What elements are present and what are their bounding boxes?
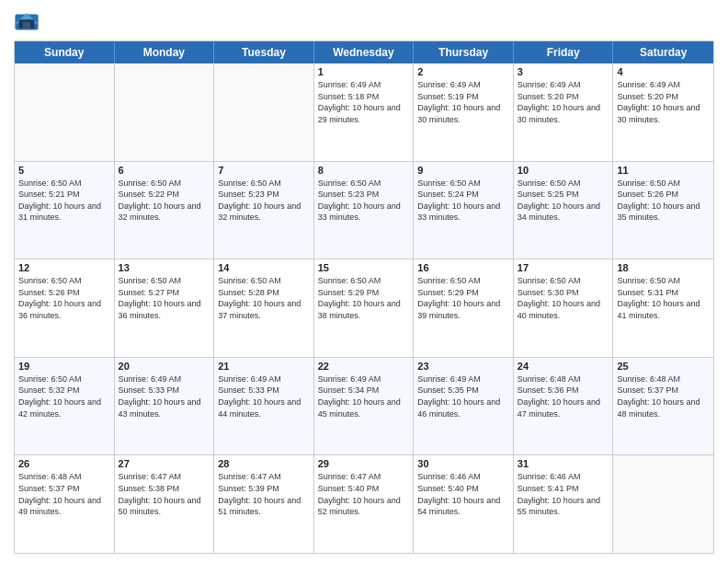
day-info: Sunrise: 6:50 AMSunset: 5:32 PMDaylight:… (18, 373, 110, 419)
day-number: 28 (218, 458, 310, 469)
day-number: 1 (318, 66, 410, 77)
calendar-header-row: SundayMondayTuesdayWednesdayThursdayFrid… (15, 41, 713, 63)
cal-cell-day-18: 18Sunrise: 6:50 AMSunset: 5:31 PMDayligh… (613, 259, 713, 357)
day-info: Sunrise: 6:50 AMSunset: 5:22 PMDaylight:… (119, 178, 210, 224)
day-number: 11 (617, 165, 710, 176)
day-info: Sunrise: 6:48 AMSunset: 5:37 PMDaylight:… (617, 373, 710, 419)
day-number: 29 (318, 458, 410, 469)
day-number: 17 (518, 262, 609, 273)
cal-cell-day-24: 24Sunrise: 6:48 AMSunset: 5:36 PMDayligh… (514, 358, 614, 455)
cal-cell-day-27: 27Sunrise: 6:47 AMSunset: 5:38 PMDayligh… (115, 455, 215, 553)
cal-cell-day-20: 20Sunrise: 6:49 AMSunset: 5:33 PMDayligh… (115, 358, 215, 455)
day-number: 4 (617, 66, 710, 77)
cal-cell-day-30: 30Sunrise: 6:46 AMSunset: 5:40 PMDayligh… (414, 455, 514, 553)
day-info: Sunrise: 6:46 AMSunset: 5:41 PMDaylight:… (518, 471, 609, 517)
cal-cell-empty (115, 63, 215, 161)
cal-cell-day-7: 7Sunrise: 6:50 AMSunset: 5:23 PMDaylight… (214, 162, 314, 259)
cal-cell-day-6: 6Sunrise: 6:50 AMSunset: 5:22 PMDaylight… (115, 162, 215, 259)
cal-cell-day-4: 4Sunrise: 6:49 AMSunset: 5:20 PMDaylight… (613, 63, 713, 161)
day-number: 9 (417, 165, 509, 176)
header (14, 9, 714, 35)
cal-cell-day-12: 12Sunrise: 6:50 AMSunset: 5:26 PMDayligh… (15, 259, 115, 357)
day-info: Sunrise: 6:50 AMSunset: 5:24 PMDaylight:… (417, 178, 509, 224)
cal-cell-day-11: 11Sunrise: 6:50 AMSunset: 5:26 PMDayligh… (613, 162, 713, 259)
day-info: Sunrise: 6:50 AMSunset: 5:29 PMDaylight:… (417, 275, 509, 321)
cal-cell-day-16: 16Sunrise: 6:50 AMSunset: 5:29 PMDayligh… (414, 259, 514, 357)
day-number: 25 (617, 361, 710, 372)
day-number: 23 (417, 361, 509, 372)
cal-cell-day-3: 3Sunrise: 6:49 AMSunset: 5:20 PMDaylight… (514, 63, 614, 161)
day-number: 14 (218, 262, 310, 273)
cal-cell-day-8: 8Sunrise: 6:50 AMSunset: 5:23 PMDaylight… (314, 162, 415, 259)
day-number: 16 (417, 262, 509, 273)
day-number: 18 (617, 262, 710, 273)
day-number: 26 (18, 458, 110, 469)
cal-cell-empty (15, 63, 115, 161)
logo (14, 9, 43, 35)
day-info: Sunrise: 6:49 AMSunset: 5:33 PMDaylight:… (218, 373, 310, 419)
calendar: SundayMondayTuesdayWednesdayThursdayFrid… (14, 40, 714, 554)
cal-cell-day-26: 26Sunrise: 6:48 AMSunset: 5:37 PMDayligh… (15, 455, 115, 553)
day-number: 6 (119, 165, 210, 176)
day-number: 2 (417, 66, 509, 77)
day-info: Sunrise: 6:49 AMSunset: 5:19 PMDaylight:… (417, 79, 509, 125)
cal-week-row-5: 26Sunrise: 6:48 AMSunset: 5:37 PMDayligh… (15, 454, 713, 553)
cal-cell-day-1: 1Sunrise: 6:49 AMSunset: 5:18 PMDaylight… (314, 63, 415, 161)
day-info: Sunrise: 6:49 AMSunset: 5:20 PMDaylight:… (617, 79, 710, 125)
cal-header-monday: Monday (115, 41, 215, 63)
cal-cell-day-22: 22Sunrise: 6:49 AMSunset: 5:34 PMDayligh… (314, 358, 415, 455)
day-number: 24 (518, 361, 609, 372)
day-number: 8 (318, 165, 410, 176)
cal-cell-day-14: 14Sunrise: 6:50 AMSunset: 5:28 PMDayligh… (214, 259, 314, 357)
day-number: 7 (218, 165, 310, 176)
day-number: 12 (18, 262, 110, 273)
cal-header-friday: Friday (514, 41, 614, 63)
cal-cell-day-29: 29Sunrise: 6:47 AMSunset: 5:40 PMDayligh… (314, 455, 415, 553)
cal-week-row-3: 12Sunrise: 6:50 AMSunset: 5:26 PMDayligh… (15, 259, 713, 357)
svg-rect-3 (23, 22, 30, 29)
day-info: Sunrise: 6:50 AMSunset: 5:26 PMDaylight:… (18, 275, 110, 321)
day-info: Sunrise: 6:50 AMSunset: 5:27 PMDaylight:… (119, 275, 210, 321)
day-info: Sunrise: 6:50 AMSunset: 5:30 PMDaylight:… (518, 275, 609, 321)
day-info: Sunrise: 6:50 AMSunset: 5:28 PMDaylight:… (218, 275, 310, 321)
day-number: 31 (518, 458, 609, 469)
day-info: Sunrise: 6:50 AMSunset: 5:29 PMDaylight:… (318, 275, 410, 321)
cal-week-row-1: 1Sunrise: 6:49 AMSunset: 5:18 PMDaylight… (15, 63, 713, 161)
cal-cell-empty (214, 63, 314, 161)
day-number: 20 (119, 361, 210, 372)
day-number: 30 (417, 458, 509, 469)
day-info: Sunrise: 6:47 AMSunset: 5:40 PMDaylight:… (318, 471, 410, 517)
day-info: Sunrise: 6:49 AMSunset: 5:34 PMDaylight:… (318, 373, 410, 419)
cal-cell-day-31: 31Sunrise: 6:46 AMSunset: 5:41 PMDayligh… (514, 455, 614, 553)
day-info: Sunrise: 6:48 AMSunset: 5:37 PMDaylight:… (18, 471, 110, 517)
day-number: 5 (18, 165, 110, 176)
cal-cell-day-25: 25Sunrise: 6:48 AMSunset: 5:37 PMDayligh… (613, 358, 713, 455)
page: SundayMondayTuesdayWednesdayThursdayFrid… (0, 0, 728, 563)
day-info: Sunrise: 6:46 AMSunset: 5:40 PMDaylight:… (417, 471, 509, 517)
cal-cell-day-5: 5Sunrise: 6:50 AMSunset: 5:21 PMDaylight… (15, 162, 115, 259)
day-info: Sunrise: 6:50 AMSunset: 5:21 PMDaylight:… (18, 178, 110, 224)
cal-cell-day-9: 9Sunrise: 6:50 AMSunset: 5:24 PMDaylight… (414, 162, 514, 259)
cal-cell-day-19: 19Sunrise: 6:50 AMSunset: 5:32 PMDayligh… (15, 358, 115, 455)
day-info: Sunrise: 6:49 AMSunset: 5:20 PMDaylight:… (518, 79, 609, 125)
day-info: Sunrise: 6:50 AMSunset: 5:23 PMDaylight:… (318, 178, 410, 224)
cal-header-wednesday: Wednesday (314, 41, 415, 63)
day-info: Sunrise: 6:50 AMSunset: 5:23 PMDaylight:… (218, 178, 310, 224)
day-info: Sunrise: 6:48 AMSunset: 5:36 PMDaylight:… (518, 373, 609, 419)
cal-cell-day-10: 10Sunrise: 6:50 AMSunset: 5:25 PMDayligh… (514, 162, 614, 259)
cal-week-row-2: 5Sunrise: 6:50 AMSunset: 5:21 PMDaylight… (15, 161, 713, 259)
calendar-body: 1Sunrise: 6:49 AMSunset: 5:18 PMDaylight… (15, 63, 713, 553)
cal-cell-day-21: 21Sunrise: 6:49 AMSunset: 5:33 PMDayligh… (214, 358, 314, 455)
cal-cell-day-23: 23Sunrise: 6:49 AMSunset: 5:35 PMDayligh… (414, 358, 514, 455)
cal-header-saturday: Saturday (613, 41, 713, 63)
day-number: 22 (318, 361, 410, 372)
cal-cell-empty (613, 455, 713, 553)
day-number: 15 (318, 262, 410, 273)
cal-cell-day-17: 17Sunrise: 6:50 AMSunset: 5:30 PMDayligh… (514, 259, 614, 357)
cal-cell-day-2: 2Sunrise: 6:49 AMSunset: 5:19 PMDaylight… (414, 63, 514, 161)
day-info: Sunrise: 6:49 AMSunset: 5:18 PMDaylight:… (318, 79, 410, 125)
day-number: 10 (518, 165, 609, 176)
day-number: 3 (518, 66, 609, 77)
day-info: Sunrise: 6:47 AMSunset: 5:38 PMDaylight:… (119, 471, 210, 517)
day-info: Sunrise: 6:49 AMSunset: 5:33 PMDaylight:… (119, 373, 210, 419)
